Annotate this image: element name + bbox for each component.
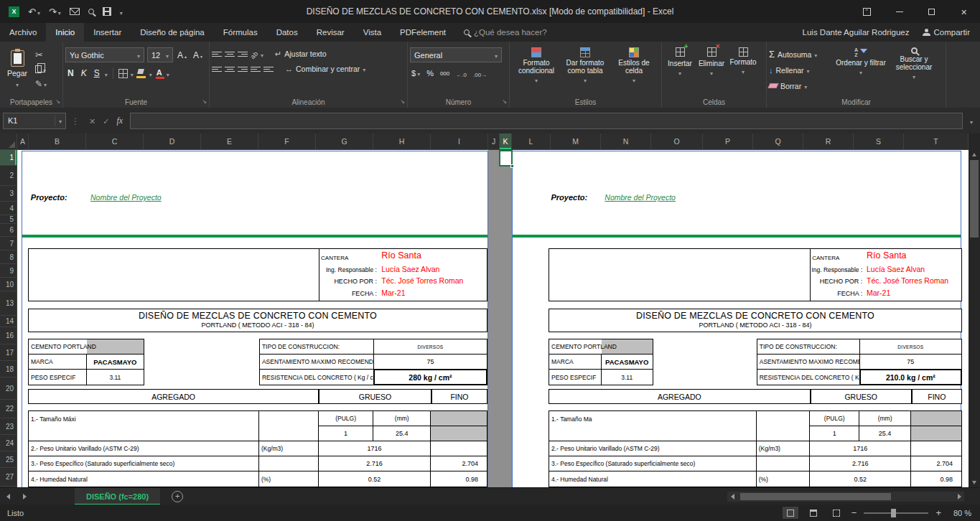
spreadsheet-grid[interactable]: Proyecto: Nombre del Proyecto CANTERA Rí… — [17, 150, 969, 487]
column-header-G[interactable]: G — [316, 133, 373, 149]
page-layout-view-button[interactable] — [806, 507, 821, 519]
column-header-K[interactable]: K — [500, 133, 512, 149]
column-header-B[interactable]: B — [29, 133, 86, 149]
fill-handle[interactable] — [510, 164, 514, 168]
undo-dropdown-caret[interactable] — [37, 7, 40, 17]
row-header-25[interactable]: 25 — [0, 451, 17, 468]
select-all-corner[interactable] — [0, 133, 17, 150]
row-header-6[interactable]: 6 — [0, 224, 17, 237]
format-cells-button[interactable]: Formato — [727, 44, 759, 94]
name-box-caret[interactable] — [55, 116, 65, 125]
row-header-8[interactable]: 8 — [0, 250, 17, 264]
increase-indent-button[interactable] — [263, 67, 274, 72]
formula-bar-handle[interactable] — [69, 114, 82, 127]
comma-style-button[interactable]: 000 — [440, 70, 449, 77]
clear-button[interactable]: Borrar — [769, 80, 835, 92]
copy-button[interactable] — [35, 64, 47, 74]
project-link[interactable]: Nombre del Proyecto — [605, 193, 676, 202]
conditional-formatting-button[interactable]: Formato condicional — [512, 44, 561, 94]
normal-view-button[interactable] — [783, 507, 798, 519]
email-button[interactable] — [70, 8, 80, 15]
tab-insertar[interactable]: Insertar — [84, 23, 131, 42]
italic-button[interactable]: K — [79, 68, 89, 78]
clipboard-dialog-launcher[interactable] — [55, 93, 60, 106]
qat-customize-button[interactable] — [120, 7, 123, 17]
scroll-right-arrow[interactable] — [954, 494, 964, 499]
font-color-caret[interactable] — [167, 67, 169, 80]
tab-revisar[interactable]: Revisar — [307, 23, 354, 42]
orientation-caret[interactable] — [261, 47, 263, 60]
row-header-5[interactable]: 5 — [0, 215, 17, 224]
zoom-slider[interactable] — [864, 512, 928, 514]
row-header-18[interactable]: 18 — [0, 361, 17, 377]
orientation-button[interactable] — [251, 47, 258, 60]
decrease-decimal-button[interactable] — [473, 67, 487, 80]
fill-color-button[interactable] — [136, 69, 146, 78]
number-dialog-launcher[interactable] — [502, 93, 507, 106]
bold-button[interactable]: N — [65, 68, 76, 78]
increase-font-size-button[interactable]: A — [176, 50, 189, 60]
close-button[interactable] — [948, 0, 980, 23]
align-top-button[interactable] — [212, 52, 222, 57]
tab-datos[interactable]: Datos — [267, 23, 307, 42]
horizontal-scroll-thumb[interactable] — [740, 493, 891, 500]
row-header-1[interactable]: 1 — [0, 150, 17, 166]
underline-button[interactable]: S — [92, 68, 102, 78]
zoom-slider-thumb[interactable] — [891, 509, 896, 517]
horizontal-scrollbar[interactable] — [727, 492, 964, 502]
zoom-in-button[interactable] — [935, 507, 941, 518]
column-header-C[interactable]: C — [86, 133, 144, 149]
borders-caret[interactable] — [131, 67, 134, 80]
column-header-S[interactable]: S — [854, 133, 904, 149]
wrap-text-button[interactable]: Ajustar texto — [275, 50, 327, 59]
format-painter-button[interactable] — [35, 78, 47, 88]
column-header-H[interactable]: H — [373, 133, 431, 149]
currency-format-button[interactable]: $ — [411, 69, 420, 78]
redo-dropdown-caret[interactable] — [58, 7, 61, 17]
zoom-level[interactable]: 80 % — [948, 509, 971, 517]
sort-filter-button[interactable]: Ordenar y filtrar — [835, 44, 887, 94]
find-select-button[interactable]: Buscar y seleccionar — [887, 44, 941, 94]
decrease-font-size-button[interactable]: A — [192, 50, 205, 60]
merge-center-button[interactable]: Combinar y centrar — [285, 65, 365, 73]
scroll-up-arrow[interactable] — [972, 153, 976, 156]
row-header-16[interactable]: 16 — [0, 327, 17, 344]
vertical-scroll-thumb[interactable] — [970, 160, 979, 238]
insert-function-button[interactable]: fx — [116, 116, 123, 126]
autosum-button[interactable]: Autosuma — [769, 48, 835, 60]
formula-input[interactable] — [130, 113, 963, 129]
row-header-14[interactable]: 14 — [0, 316, 17, 327]
align-middle-button[interactable] — [225, 52, 235, 57]
page-break-view-button[interactable] — [829, 507, 844, 519]
scroll-left-arrow[interactable] — [727, 494, 737, 499]
column-header-R[interactable]: R — [803, 133, 854, 149]
column-header-I[interactable]: I — [431, 133, 488, 149]
ribbon-display-options-button[interactable] — [851, 0, 883, 23]
row-header-27[interactable]: 27 — [0, 468, 17, 487]
font-color-button[interactable]: A — [155, 68, 164, 79]
fill-color-caret[interactable] — [149, 67, 152, 80]
user-name[interactable]: Luis Dante Aguilar Rodriguez — [803, 28, 910, 37]
new-sheet-button[interactable] — [172, 491, 183, 502]
cell-styles-button[interactable]: Estilos de celda — [610, 44, 658, 94]
zoom-out-button[interactable] — [851, 507, 857, 518]
font-name-select[interactable]: Yu Gothic — [65, 47, 144, 62]
row-header-9[interactable]: 9 — [0, 264, 17, 278]
row-header-10[interactable]: 10 — [0, 278, 17, 291]
selected-cell-K1[interactable] — [499, 150, 513, 166]
row-header-2[interactable]: 2 — [0, 166, 17, 186]
underline-caret[interactable] — [105, 67, 108, 80]
sheet-nav-right-button[interactable] — [17, 494, 33, 499]
print-preview-button[interactable] — [88, 9, 94, 14]
align-center-button[interactable] — [225, 67, 235, 72]
column-header-N[interactable]: N — [601, 133, 651, 149]
fill-button[interactable]: Rellenar — [769, 64, 835, 76]
percent-style-button[interactable]: % — [426, 69, 434, 78]
column-header-M[interactable]: M — [551, 133, 601, 149]
row-header-17[interactable]: 17 — [0, 344, 17, 361]
column-header-Q[interactable]: Q — [753, 133, 803, 149]
format-as-table-button[interactable]: Dar formato como tabla — [561, 44, 610, 94]
tab-fórmulas[interactable]: Fórmulas — [214, 23, 267, 42]
tell-me-search[interactable]: ¿Qué desea hacer? — [464, 23, 547, 42]
cut-button[interactable] — [35, 50, 47, 60]
